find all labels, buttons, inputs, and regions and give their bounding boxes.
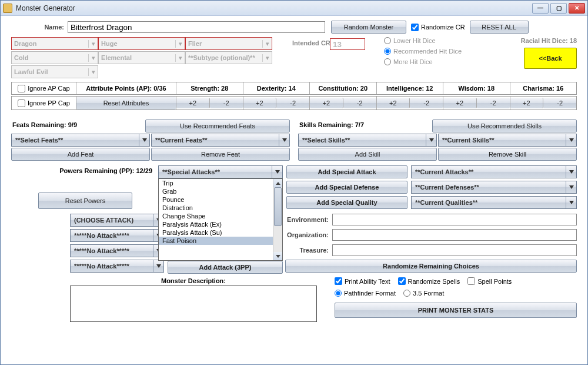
int-label: Intelligence: 12 xyxy=(377,82,444,94)
subtype2-combo: Elemental▾ xyxy=(98,51,185,64)
35-format-radio[interactable]: 3.5 Format xyxy=(403,290,444,297)
back-button[interactable]: <<Back xyxy=(524,48,577,69)
skills-remaining-label: Skills Remaining: 7/7 xyxy=(298,120,432,132)
racial-hd-label: Racial Hit Dice: 18 xyxy=(521,37,577,44)
special-attack-option[interactable]: Distraction xyxy=(159,204,282,212)
dex-plus-button[interactable]: +2 xyxy=(243,98,277,108)
scroll-down-icon[interactable] xyxy=(273,252,282,260)
window-title: Monster Generator xyxy=(16,4,532,12)
current-defenses-combo[interactable]: **Current Defenses** xyxy=(411,181,577,194)
spell-points-checkbox[interactable]: Spell Points xyxy=(467,277,512,285)
ignore-pp-checkbox[interactable]: Ignore PP Cap xyxy=(18,99,70,107)
special-attack-option[interactable]: Trip xyxy=(159,179,282,187)
environment-input[interactable] xyxy=(332,214,577,225)
ap-points-label: Attribute Points (AP): 0/36 xyxy=(76,82,176,94)
select-feats-combo[interactable]: **Select Feats** xyxy=(11,134,150,147)
int-plus-button[interactable]: +2 xyxy=(377,98,410,108)
remove-skill-button[interactable]: Remove Skill xyxy=(438,148,577,161)
cha-label: Charisma: 16 xyxy=(510,82,577,94)
scroll-thumb[interactable] xyxy=(274,187,282,226)
feats-remaining-label: Feats Remaining: 9/9 xyxy=(11,120,145,132)
con-minus-button[interactable]: -2 xyxy=(343,98,376,108)
con-plus-button[interactable]: +2 xyxy=(310,98,343,108)
ignore-ap-checkbox[interactable]: Ignore AP Cap xyxy=(18,85,69,92)
wis-plus-button[interactable]: +2 xyxy=(443,98,477,108)
select-skills-combo[interactable]: **Select Skills** xyxy=(298,134,437,147)
str-label: Strength: 28 xyxy=(176,82,243,94)
cha-plus-button[interactable]: +2 xyxy=(510,98,544,108)
con-label: Constitution: 20 xyxy=(310,82,377,94)
organization-input[interactable] xyxy=(332,229,577,241)
monster-description-textarea[interactable] xyxy=(70,286,317,322)
wis-minus-button[interactable]: -2 xyxy=(477,98,510,108)
name-label: Name: xyxy=(11,24,68,31)
special-attack-option[interactable]: Paralysis Attack (Su) xyxy=(159,228,282,237)
treasure-label: Treasure: xyxy=(285,247,332,254)
close-button[interactable]: ✕ xyxy=(569,3,585,14)
movement-combo: Flier▾ xyxy=(185,37,272,50)
maximize-button[interactable]: ▢ xyxy=(550,3,567,14)
attack-slot-2-combo[interactable]: *****No Attack***** xyxy=(70,229,164,242)
str-minus-button[interactable]: -2 xyxy=(210,98,243,108)
wis-label: Wisdom: 18 xyxy=(443,82,510,94)
add-feat-button[interactable]: Add Feat xyxy=(11,148,150,161)
add-attack-3pp-button[interactable]: Add Attack (3PP) xyxy=(168,261,283,274)
special-attack-option[interactable]: Grab xyxy=(159,187,282,195)
randomize-remaining-button[interactable]: Randomize Remaining Choices xyxy=(285,260,577,273)
randomize-cr-checkbox[interactable]: Randomize CR xyxy=(411,24,465,31)
attack-slot-1-combo[interactable]: (CHOOSE ATTACK) xyxy=(70,214,164,227)
special-attack-option[interactable]: Paralysis Attack (Ex) xyxy=(159,220,282,228)
add-special-defense-button[interactable]: Add Special Defense xyxy=(286,181,407,194)
use-rec-skills-button[interactable]: Use Recommended Skills xyxy=(432,120,577,132)
reset-all-button[interactable]: RESET ALL xyxy=(470,21,529,34)
size-combo: Huge▾ xyxy=(98,37,185,50)
random-monster-button[interactable]: Random Monster xyxy=(331,21,406,34)
special-attack-option[interactable]: Change Shape xyxy=(159,212,282,220)
powers-remaining-label: Powers Remaining (PP): 12/29 xyxy=(11,165,155,176)
add-skill-button[interactable]: Add Skill xyxy=(298,148,437,161)
remove-feat-button[interactable]: Remove Feat xyxy=(151,148,290,161)
use-rec-feats-button[interactable]: Use Recommended Feats xyxy=(145,120,290,132)
type-combo: Dragon▾ xyxy=(11,37,98,50)
reset-powers-button[interactable]: Reset Powers xyxy=(38,193,132,209)
cha-minus-button[interactable]: -2 xyxy=(543,98,576,108)
minimize-button[interactable]: — xyxy=(532,3,549,14)
add-special-attack-button[interactable]: Add Special Attack xyxy=(286,165,407,178)
current-feats-combo[interactable]: **Current Feats** xyxy=(151,134,290,147)
lower-hd-radio[interactable]: Lower Hit Dice xyxy=(384,37,436,44)
dex-label: Dexterity: 14 xyxy=(243,82,310,94)
special-attack-option[interactable]: Pounce xyxy=(159,195,282,204)
app-icon xyxy=(3,4,12,13)
treasure-input[interactable] xyxy=(332,244,577,256)
current-skills-combo[interactable]: **Current Skills** xyxy=(438,134,577,147)
current-qualities-combo[interactable]: **Current Qualities** xyxy=(411,196,577,209)
alignment-combo: Lawful Evil▾ xyxy=(11,65,98,78)
current-attacks-combo[interactable]: **Current Attacks** xyxy=(411,165,577,178)
special-attacks-combo[interactable]: **Special Attacks** xyxy=(158,165,283,178)
dex-minus-button[interactable]: -2 xyxy=(276,98,309,108)
org-label: Organization: xyxy=(285,231,332,238)
reset-attributes-button[interactable]: Reset Attributes xyxy=(76,97,176,110)
pathfinder-format-radio[interactable]: Pathfinder Format xyxy=(335,290,396,297)
randomize-spells-checkbox[interactable]: Randomize Spells xyxy=(398,277,460,285)
env-label: Environment: xyxy=(285,216,332,223)
add-special-quality-button[interactable]: Add Special Quality xyxy=(286,196,407,209)
scroll-up-icon[interactable] xyxy=(273,179,282,187)
special-attacks-dropdown[interactable]: TripGrabPounceDistractionChange ShapePar… xyxy=(158,178,283,261)
print-monster-stats-button[interactable]: PRINT MONSTER STATS xyxy=(335,303,577,318)
name-input[interactable] xyxy=(68,21,325,33)
special-attack-option[interactable]: Fast Poison xyxy=(159,237,282,245)
titlebar: Monster Generator — ▢ ✕ xyxy=(1,1,587,16)
int-minus-button[interactable]: -2 xyxy=(410,98,443,108)
attack-slot-4-combo[interactable]: *****No Attack***** xyxy=(70,260,164,273)
more-hd-radio[interactable]: More Hit Dice xyxy=(384,58,433,65)
attack-slot-3-combo[interactable]: *****No Attack***** xyxy=(70,244,164,257)
print-ability-text-checkbox[interactable]: Print Ability Text xyxy=(335,277,390,285)
subtype1-combo: Cold▾ xyxy=(11,51,98,64)
str-plus-button[interactable]: +2 xyxy=(176,98,210,108)
rec-hd-radio[interactable]: Recommended Hit Dice xyxy=(384,48,462,55)
desc-label: Monster Description: xyxy=(70,277,317,284)
subtype3-combo: **Subtype (optional)**▾ xyxy=(185,51,272,64)
cr-input[interactable] xyxy=(330,38,365,50)
